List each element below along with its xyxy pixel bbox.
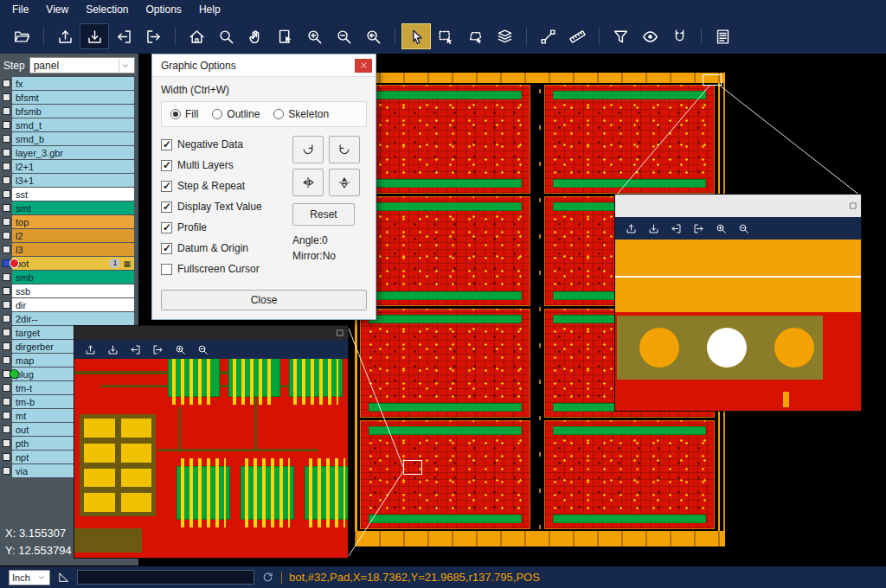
layer-checkbox[interactable] (3, 425, 10, 433)
export-up[interactable] (620, 220, 641, 237)
checkbox[interactable] (161, 181, 172, 192)
zoom-out[interactable] (192, 341, 213, 358)
layer-cell[interactable]: smd_t (12, 118, 134, 131)
layer-row[interactable]: ssb (2, 284, 134, 297)
layer-row[interactable]: layer_3.gbr (2, 146, 134, 159)
import-left[interactable] (125, 341, 145, 358)
layer-cell[interactable]: bot 1 ▦ (12, 257, 134, 270)
menu-item[interactable]: Options (138, 1, 190, 18)
menu-item[interactable]: File (3, 1, 37, 18)
width-radio[interactable]: Skeleton (273, 108, 329, 120)
layer-cell[interactable]: smb (12, 271, 134, 284)
option-checkbox-row[interactable]: Fullscreen Cursor (161, 259, 292, 279)
eye-view-button[interactable] (635, 23, 664, 49)
zoom-in[interactable] (170, 341, 190, 358)
cursor-select-button[interactable] (401, 23, 431, 49)
open-folder-button[interactable] (7, 23, 36, 49)
layer-cell[interactable]: 2dir-- (12, 312, 134, 325)
unit-select[interactable]: Inch (9, 570, 50, 585)
snap-magnet-button[interactable] (664, 23, 694, 49)
layer-checkbox[interactable] (3, 149, 10, 157)
layer-row[interactable]: bot 1 ▦ (2, 257, 134, 270)
layer-checkbox[interactable] (3, 384, 10, 392)
zoom-in[interactable] (710, 220, 731, 237)
layer-checkbox[interactable] (3, 163, 10, 170)
window-menu-icon[interactable] (849, 201, 857, 210)
width-radio[interactable]: Fill (170, 108, 198, 120)
menu-item[interactable]: View (37, 1, 77, 18)
layer-checkbox[interactable] (3, 412, 10, 419)
window-menu-icon[interactable] (336, 329, 344, 337)
layer-row[interactable]: smd_t (2, 118, 134, 131)
import-down[interactable] (102, 341, 123, 358)
layer-checkbox[interactable] (3, 176, 10, 184)
export-right[interactable] (147, 341, 168, 358)
zoom-window-1[interactable] (74, 325, 349, 559)
zoom-window-2-canvas[interactable] (615, 240, 861, 411)
refresh-circle-icon[interactable] (261, 571, 274, 584)
import-left-button[interactable] (109, 23, 138, 49)
zoom-fit-button[interactable] (211, 23, 241, 49)
layer-row[interactable]: bfsmt (2, 91, 134, 104)
layer-checkbox[interactable] (3, 398, 10, 406)
layer-row[interactable]: l3+1 (2, 174, 134, 187)
layer-row[interactable]: fx (2, 77, 134, 90)
layer-row[interactable]: top (2, 215, 134, 228)
layer-cell[interactable]: layer_3.gbr (12, 146, 134, 159)
layer-checkbox[interactable] (3, 259, 10, 267)
layer-checkbox[interactable] (3, 315, 10, 323)
layer-checkbox[interactable] (3, 356, 10, 364)
layer-checkbox[interactable] (3, 80, 10, 87)
report-list-button[interactable] (708, 23, 737, 49)
checkbox[interactable] (161, 243, 172, 254)
checkbox[interactable] (161, 139, 172, 150)
layer-checkbox[interactable] (3, 329, 10, 336)
zoom-window-1-canvas[interactable] (74, 359, 348, 558)
layer-row[interactable]: smb (2, 271, 134, 284)
layer-checkbox[interactable] (3, 273, 10, 281)
layer-checkbox[interactable] (3, 370, 10, 378)
layer-row[interactable]: sst (2, 188, 134, 201)
export-up-button[interactable] (50, 23, 80, 49)
import-left[interactable] (665, 220, 686, 237)
checkbox[interactable] (161, 222, 172, 233)
reset-button[interactable]: Reset (292, 203, 355, 226)
layer-row[interactable]: 2dir-- (2, 312, 134, 325)
measure-ruler-button[interactable] (562, 23, 592, 49)
layer-row[interactable]: bfsmb (2, 105, 134, 118)
layer-checkbox[interactable] (3, 204, 10, 212)
import-down-button[interactable] (80, 23, 109, 49)
line-tool-button[interactable] (533, 23, 562, 49)
export-up[interactable] (80, 341, 100, 358)
zoom-out-button[interactable] (329, 23, 358, 49)
rect-select-button[interactable] (431, 23, 460, 49)
layer-checkbox[interactable] (3, 232, 10, 240)
layer-checkbox[interactable] (3, 107, 10, 115)
zoom-out[interactable] (733, 220, 754, 237)
layer-cell[interactable]: ssb (12, 284, 134, 297)
layer-checkbox[interactable] (3, 342, 10, 350)
zoom-window-1-titlebar[interactable] (74, 326, 348, 340)
close-icon[interactable] (355, 59, 372, 73)
triangle-tool-icon[interactable] (57, 571, 70, 584)
layer-cell[interactable]: bfsmb (12, 105, 134, 118)
layer-checkbox[interactable] (3, 135, 10, 143)
mirror-vertical-button[interactable] (329, 169, 360, 196)
layer-checkbox[interactable] (3, 467, 10, 475)
rotate-ccw-button[interactable] (329, 136, 360, 163)
checkbox[interactable] (161, 201, 172, 213)
layer-cell[interactable]: l3+1 (12, 174, 134, 187)
layer-row[interactable]: l2 (2, 229, 134, 242)
zoom-window-2-titlebar[interactable] (615, 195, 861, 217)
option-checkbox-row[interactable]: Multi Layers (161, 155, 292, 176)
menu-item[interactable]: Help (190, 1, 229, 18)
width-radio[interactable]: Outline (212, 108, 260, 120)
layer-cell[interactable]: l3 (12, 243, 134, 256)
poly-select-button[interactable] (460, 23, 490, 49)
layer-cell[interactable]: fx (12, 77, 134, 90)
layer-checkbox[interactable] (3, 121, 10, 129)
menu-item[interactable]: Selection (77, 1, 137, 18)
option-checkbox-row[interactable]: Negative Data (161, 134, 292, 155)
zoom-window-2[interactable] (614, 194, 862, 412)
layer-checkbox[interactable] (3, 453, 10, 461)
